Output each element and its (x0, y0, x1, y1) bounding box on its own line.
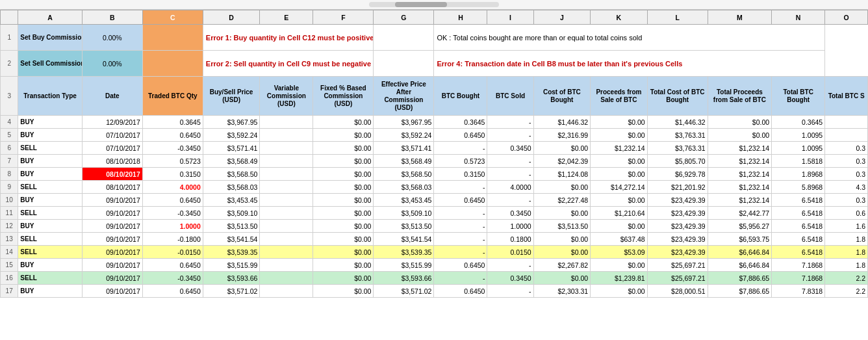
col-header-i[interactable]: I (487, 10, 533, 25)
cell-qty-11[interactable]: -0.3450 (142, 207, 203, 220)
col-header-d[interactable]: D (203, 10, 260, 25)
sell-commission-value[interactable]: 0.00% (82, 51, 142, 77)
cell-total-proceeds-5[interactable]: $0.00 (708, 129, 771, 142)
cell-price-4[interactable]: $3,967.95 (203, 116, 260, 129)
cell-var-comm-11[interactable] (260, 207, 313, 220)
cell-total-btc-bought-11[interactable]: 6.5418 (772, 207, 825, 220)
cell-eff-price-13[interactable]: $3,541.54 (374, 233, 434, 246)
cell-total-btc-sold-4[interactable] (825, 116, 868, 129)
cell-total-btc-sold-9[interactable]: 4.3 (825, 181, 868, 194)
cell-fixed-comm-12[interactable]: $0.00 (313, 220, 374, 233)
cell-fixed-comm-14[interactable]: $0.00 (313, 246, 374, 259)
cell-date-17[interactable]: 09/10/2017 (82, 285, 142, 298)
cell-price-15[interactable]: $3,515.99 (203, 259, 260, 272)
cell-total-cost-9[interactable]: $21,201.92 (647, 181, 708, 194)
cell-total-btc-bought-17[interactable]: 7.8318 (772, 285, 825, 298)
cell-total-cost-10[interactable]: $23,429.39 (647, 194, 708, 207)
col-header-l[interactable]: L (647, 10, 708, 25)
col-header-g[interactable]: G (374, 10, 434, 25)
cell-qty-17[interactable]: 0.6450 (142, 285, 203, 298)
cell-btc-bought-17[interactable]: 0.6450 (434, 285, 487, 298)
cell-date-6[interactable]: 07/10/2017 (82, 142, 142, 155)
cell-var-comm-13[interactable] (260, 233, 313, 246)
cell-cost-bought-9[interactable]: $0.00 (533, 181, 591, 194)
cell-fixed-comm-17[interactable]: $0.00 (313, 285, 374, 298)
cell-btc-bought-10[interactable]: 0.6450 (434, 194, 487, 207)
cell-date-12[interactable]: 09/10/2017 (82, 220, 142, 233)
cell-qty-7[interactable]: 0.5723 (142, 155, 203, 168)
cell-qty-15[interactable]: 0.6450 (142, 259, 203, 272)
cell-var-comm-6[interactable] (260, 142, 313, 155)
cell-total-proceeds-14[interactable]: $6,646.84 (708, 246, 771, 259)
cell-date-5[interactable]: 07/10/2017 (82, 129, 142, 142)
cell-btc-bought-7[interactable]: 0.5723 (434, 155, 487, 168)
cell-var-comm-5[interactable] (260, 129, 313, 142)
cell-eff-price-4[interactable]: $3,967.95 (374, 116, 434, 129)
cell-total-proceeds-6[interactable]: $1,232.14 (708, 142, 771, 155)
cell-date-4[interactable]: 12/09/2017 (82, 116, 142, 129)
col-header-a[interactable]: A (18, 10, 82, 25)
cell-eff-price-17[interactable]: $3,571.02 (374, 285, 434, 298)
cell-price-14[interactable]: $3,539.35 (203, 246, 260, 259)
cell-btc-bought-6[interactable]: - (434, 142, 487, 155)
cell-eff-price-6[interactable]: $3,571.41 (374, 142, 434, 155)
cell-type-15[interactable]: BUY (18, 259, 82, 272)
cell-price-6[interactable]: $3,571.41 (203, 142, 260, 155)
cell-date-16[interactable]: 09/10/2017 (82, 272, 142, 285)
cell-total-btc-sold-14[interactable]: 1.8 (825, 246, 868, 259)
cell-price-9[interactable]: $3,568.03 (203, 181, 260, 194)
cell-fixed-comm-13[interactable]: $0.00 (313, 233, 374, 246)
cell-total-proceeds-10[interactable]: $1,232.14 (708, 194, 771, 207)
cell-total-cost-5[interactable]: $3,763.31 (647, 129, 708, 142)
cell-proceeds-sale-12[interactable]: $0.00 (591, 220, 648, 233)
col-header-m[interactable]: M (708, 10, 771, 25)
col-header-b[interactable]: B (82, 10, 142, 25)
cell-eff-price-8[interactable]: $3,568.50 (374, 168, 434, 181)
cell-var-comm-7[interactable] (260, 155, 313, 168)
col-header-h[interactable]: H (434, 10, 487, 25)
cell-total-cost-6[interactable]: $3,763.31 (647, 142, 708, 155)
col-header-n[interactable]: N (772, 10, 825, 25)
cell-total-cost-16[interactable]: $25,697.21 (647, 272, 708, 285)
cell-total-btc-bought-13[interactable]: 6.5418 (772, 233, 825, 246)
cell-var-comm-9[interactable] (260, 181, 313, 194)
cell-date-15[interactable]: 09/10/2017 (82, 259, 142, 272)
cell-type-6[interactable]: SELL (18, 142, 82, 155)
cell-total-btc-sold-5[interactable] (825, 129, 868, 142)
cell-eff-price-11[interactable]: $3,509.10 (374, 207, 434, 220)
cell-fixed-comm-11[interactable]: $0.00 (313, 207, 374, 220)
cell-proceeds-sale-5[interactable]: $0.00 (591, 129, 648, 142)
cell-price-12[interactable]: $3,513.50 (203, 220, 260, 233)
cell-eff-price-12[interactable]: $3,513.50 (374, 220, 434, 233)
cell-total-btc-bought-15[interactable]: 7.1868 (772, 259, 825, 272)
cell-qty-12[interactable]: 1.0000 (142, 220, 203, 233)
cell-fixed-comm-15[interactable]: $0.00 (313, 259, 374, 272)
cell-total-cost-4[interactable]: $1,446.32 (647, 116, 708, 129)
cell-fixed-comm-5[interactable]: $0.00 (313, 129, 374, 142)
cell-total-btc-bought-10[interactable]: 6.5418 (772, 194, 825, 207)
cell-total-cost-11[interactable]: $23,429.39 (647, 207, 708, 220)
cell-btc-bought-11[interactable]: - (434, 207, 487, 220)
cell-qty-8[interactable]: 0.3150 (142, 168, 203, 181)
cell-total-btc-sold-8[interactable]: 0.3 (825, 168, 868, 181)
cell-eff-price-16[interactable]: $3,593.66 (374, 272, 434, 285)
cell-cost-bought-8[interactable]: $1,124.08 (533, 168, 591, 181)
cell-btc-bought-9[interactable]: - (434, 181, 487, 194)
cell-type-10[interactable]: BUY (18, 194, 82, 207)
cell-total-btc-sold-13[interactable]: 1.8 (825, 233, 868, 246)
col-header-e[interactable]: E (260, 10, 313, 25)
cell-type-4[interactable]: BUY (18, 116, 82, 129)
cell-date-8[interactable]: 08/10/2017 (82, 168, 142, 181)
cell-type-17[interactable]: BUY (18, 285, 82, 298)
cell-btc-bought-16[interactable]: - (434, 272, 487, 285)
buy-commission-c[interactable] (142, 25, 203, 51)
cell-total-proceeds-11[interactable]: $2,442.77 (708, 207, 771, 220)
cell-btc-bought-13[interactable]: - (434, 233, 487, 246)
cell-btc-bought-14[interactable]: - (434, 246, 487, 259)
cell-proceeds-sale-14[interactable]: $53.09 (591, 246, 648, 259)
cell-total-cost-8[interactable]: $6,929.78 (647, 168, 708, 181)
scroll-thumb[interactable] (395, 2, 447, 7)
cell-price-8[interactable]: $3,568.50 (203, 168, 260, 181)
cell-proceeds-sale-4[interactable]: $0.00 (591, 116, 648, 129)
cell-btc-sold-9[interactable]: 4.0000 (487, 181, 533, 194)
